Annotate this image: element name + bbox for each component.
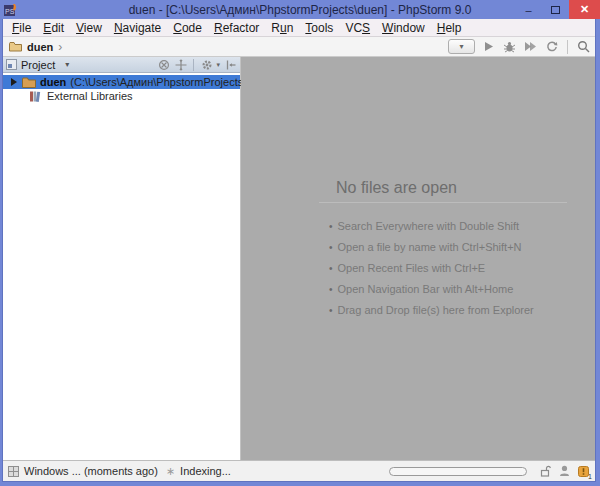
phpstorm-window: PS duen - [C:\Users\Админ\PhpstormProjec… bbox=[0, 0, 600, 486]
bullet-icon: • bbox=[329, 305, 333, 316]
menu-refactor[interactable]: Refactor bbox=[208, 20, 265, 36]
scroll-from-source-icon[interactable] bbox=[157, 58, 170, 71]
folder-icon bbox=[7, 41, 23, 53]
project-panel-header: Project ▾ bbox=[3, 57, 240, 73]
bullet-icon: • bbox=[329, 263, 333, 274]
tip-item: •Search Everywhere with Double Shift bbox=[329, 220, 567, 232]
project-panel-title: Project bbox=[21, 59, 55, 71]
menu-edit[interactable]: Edit bbox=[37, 20, 70, 36]
project-view-selector[interactable]: Project ▾ bbox=[6, 59, 69, 71]
menu-view[interactable]: View bbox=[70, 20, 108, 36]
panel-separator bbox=[193, 59, 194, 71]
tip-item: •Open a file by name with Ctrl+Shift+N bbox=[329, 241, 567, 253]
minimize-button[interactable]: – bbox=[515, 0, 542, 19]
indexing-status: Indexing... bbox=[180, 465, 231, 477]
tree-row-external-libraries[interactable]: External Libraries bbox=[3, 89, 240, 103]
run-with-coverage-icon[interactable] bbox=[523, 39, 538, 54]
close-button[interactable]: ✕ bbox=[569, 0, 600, 19]
window-title: duen - [C:\Users\Админ\PhpstormProjects\… bbox=[0, 3, 600, 17]
editor-area[interactable]: No files are open •Search Everywhere wit… bbox=[241, 57, 595, 460]
menu-bar: File Edit View Navigate Code Refactor Ru… bbox=[3, 19, 595, 37]
menu-tools[interactable]: Tools bbox=[299, 20, 339, 36]
navigation-bar: duen › ▾ bbox=[3, 37, 595, 57]
hide-panel-icon[interactable] bbox=[224, 58, 237, 71]
status-bar: Windows ... (moments ago) ∗ Indexing... bbox=[3, 460, 595, 481]
project-toolwindow-icon bbox=[6, 59, 17, 70]
tip-item: •Drag and Drop file(s) here from Explore… bbox=[329, 304, 567, 316]
run-toolbar: ▾ bbox=[448, 39, 591, 54]
maximize-icon bbox=[551, 6, 560, 14]
chevron-right-icon: › bbox=[58, 40, 62, 54]
expand-arrow-icon[interactable] bbox=[11, 78, 17, 86]
project-root-name: duen bbox=[40, 76, 66, 88]
lock-icon[interactable] bbox=[538, 464, 552, 478]
app-frame: File Edit View Navigate Code Refactor Ru… bbox=[2, 19, 596, 482]
bullet-icon: • bbox=[329, 284, 333, 295]
hector-inspections-icon[interactable] bbox=[557, 464, 571, 478]
spinner-icon: ∗ bbox=[166, 465, 175, 478]
collapse-all-icon[interactable] bbox=[174, 58, 187, 71]
breadcrumb-label: duen bbox=[27, 41, 53, 53]
run-icon[interactable] bbox=[481, 39, 496, 54]
breadcrumb[interactable]: duen › bbox=[7, 40, 62, 54]
tip-item: •Open Navigation Bar with Alt+Home bbox=[329, 283, 567, 295]
menu-window[interactable]: Window bbox=[376, 20, 431, 36]
external-libraries-label: External Libraries bbox=[47, 90, 133, 102]
debug-bug-icon[interactable] bbox=[502, 39, 517, 54]
menu-code[interactable]: Code bbox=[167, 20, 208, 36]
menu-vcs[interactable]: VCS bbox=[339, 20, 376, 36]
chevron-down-icon: ▾ bbox=[65, 60, 69, 69]
run-configuration-dropdown[interactable]: ▾ bbox=[448, 39, 475, 54]
maximize-button[interactable] bbox=[542, 0, 569, 19]
folder-icon bbox=[22, 76, 36, 88]
toolwindow-switcher-icon[interactable] bbox=[8, 466, 19, 477]
indexing-progress-bar[interactable] bbox=[389, 467, 527, 476]
empty-state-heading: No files are open bbox=[319, 179, 567, 203]
menu-file[interactable]: File bbox=[6, 20, 37, 36]
project-panel: Project ▾ bbox=[3, 57, 241, 460]
menu-help[interactable]: Help bbox=[431, 20, 468, 36]
empty-state: No files are open •Search Everywhere wit… bbox=[319, 179, 567, 325]
toolbar-separator bbox=[567, 40, 568, 54]
tips-list: •Search Everywhere with Double Shift •Op… bbox=[319, 220, 567, 316]
event-notification-icon[interactable]: 1 bbox=[576, 464, 590, 478]
rerun-icon[interactable] bbox=[544, 39, 559, 54]
gear-dropdown-caret: ▾ bbox=[216, 61, 220, 69]
bullet-icon: • bbox=[329, 221, 333, 232]
tip-item: •Open Recent Files with Ctrl+E bbox=[329, 262, 567, 274]
menu-run[interactable]: Run bbox=[265, 20, 299, 36]
settings-gear-icon[interactable] bbox=[200, 58, 213, 71]
title-bar[interactable]: PS duen - [C:\Users\Админ\PhpstormProjec… bbox=[0, 0, 600, 19]
search-everywhere-icon[interactable] bbox=[576, 39, 591, 54]
libraries-icon bbox=[27, 90, 43, 102]
menu-navigate[interactable]: Navigate bbox=[108, 20, 167, 36]
notification-count: 1 bbox=[588, 473, 592, 480]
project-tree: duen (C:\Users\Админ\PhpstormProjects\du… bbox=[3, 73, 240, 103]
vcs-status[interactable]: Windows ... (moments ago) bbox=[24, 465, 158, 477]
bullet-icon: • bbox=[329, 242, 333, 253]
tree-row-project-root[interactable]: duen (C:\Users\Админ\PhpstormProjects\du… bbox=[3, 75, 240, 89]
